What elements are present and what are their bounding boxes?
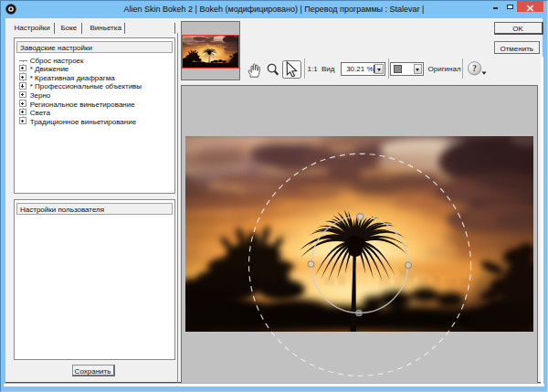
svg-text:?: ?: [472, 63, 477, 73]
